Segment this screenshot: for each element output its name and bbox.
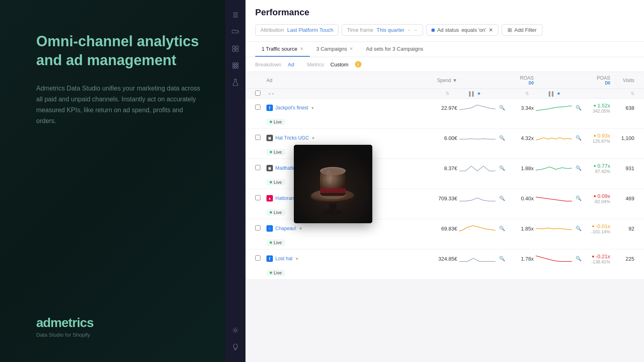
col-header-poas[interactable]: POAS D0 bbox=[582, 75, 610, 85]
roas-jackpots: 3.34x bbox=[521, 105, 534, 111]
magnify-lost-hat1[interactable]: 🔍 bbox=[499, 256, 505, 261]
metrics-value[interactable]: Custom bbox=[330, 62, 349, 68]
roas-chapeau: 1.85x bbox=[521, 226, 534, 232]
add-filter-button[interactable]: ⊞ Add Filter bbox=[502, 24, 543, 36]
dropdown-lost-hat[interactable]: ▼ bbox=[295, 257, 299, 261]
poas-pct-hattorama: -82.04% bbox=[594, 199, 610, 204]
magnify-madhatter1[interactable]: 🔍 bbox=[499, 165, 505, 171]
timeframe-label: Time frame bbox=[347, 27, 373, 33]
sidebar-icon-gear[interactable] bbox=[229, 323, 242, 337]
star-icon-header2[interactable]: ★ bbox=[557, 91, 561, 96]
svg-rect-0 bbox=[233, 46, 235, 48]
ad-name-cell-hat-tricks: ▣ Hat Tricks UGC ▼ bbox=[266, 135, 417, 141]
sidebar-icon-cloud[interactable] bbox=[229, 25, 242, 39]
dropdown-hat-tricks[interactable]: ▼ bbox=[311, 136, 315, 140]
sidebar-icon-lightbulb[interactable] bbox=[229, 340, 242, 354]
hat-image-popup bbox=[294, 145, 372, 223]
row-lost-hat: f Lost hat ▼ 324.85€ 🔍 1.78x bbox=[246, 249, 644, 268]
row-checkbox-hat-tricks[interactable] bbox=[255, 135, 260, 140]
ad-link-lost-hat[interactable]: Lost hat bbox=[275, 256, 293, 261]
poas-indicator-lost-hat: ● bbox=[592, 254, 594, 259]
ad-link-chapeau[interactable]: Chapeau! bbox=[275, 226, 296, 231]
svg-rect-3 bbox=[236, 49, 238, 51]
tab-traffic-source[interactable]: 1 Traffic source ✕ bbox=[255, 42, 310, 57]
tab-adsets[interactable]: Ad sets for 3 Campaigns bbox=[359, 42, 429, 57]
row-checkbox-lost-hat[interactable] bbox=[255, 255, 260, 261]
table-header: Ad Spend ▼ ROAS D0 POAS D0 Visits bbox=[246, 72, 644, 89]
timeframe-nav[interactable]: ← → bbox=[407, 27, 418, 33]
magnify-hattorama1[interactable]: 🔍 bbox=[499, 195, 505, 201]
spend-hattorama: 709.33€ bbox=[438, 195, 457, 202]
dropdown-jackpots[interactable]: ▼ bbox=[311, 106, 315, 110]
poas-pct-lost-hat: -138.41% bbox=[591, 259, 610, 264]
hat-image bbox=[294, 145, 372, 223]
star-icon-header[interactable]: ★ bbox=[477, 91, 481, 96]
filter-bar: Attribution Last Platform Touch Time fra… bbox=[255, 24, 634, 41]
poas-hattorama: 0.09x bbox=[597, 193, 610, 199]
ad-status-filter[interactable]: Ad status equals 'on' ✕ bbox=[426, 24, 498, 36]
magnify-chapeau2[interactable]: 🔍 bbox=[576, 226, 582, 231]
tab-campaigns[interactable]: 3 Campaigns ✕ bbox=[310, 42, 360, 57]
magnify-hat-tricks2[interactable]: 🔍 bbox=[576, 135, 582, 141]
angi-icon-chapeau: ○ bbox=[266, 225, 273, 232]
poas-hat-tricks: 0.93x bbox=[597, 133, 610, 139]
ad-link-jackpots[interactable]: Jackpot's finest bbox=[275, 105, 308, 111]
tab-adsets-label: Ad sets for 3 Campaigns bbox=[366, 46, 423, 52]
live-label-hattorama: Live bbox=[274, 210, 282, 215]
magnify-chapeau1[interactable]: 🔍 bbox=[499, 226, 505, 231]
sort-arrow-left: ◂ bbox=[268, 91, 270, 96]
live-label-madhatter: Live bbox=[274, 180, 282, 185]
breakdown-value[interactable]: Ad bbox=[288, 62, 294, 68]
add-filter-label: Add Filter bbox=[514, 27, 537, 33]
select-all-checkbox[interactable] bbox=[255, 90, 260, 96]
svg-rect-7 bbox=[233, 65, 234, 66]
dropdown-chapeau[interactable]: ▼ bbox=[299, 226, 303, 231]
magnify-madhatter2[interactable]: 🔍 bbox=[576, 165, 582, 171]
tab-campaigns-close[interactable]: ✕ bbox=[349, 46, 353, 51]
row-checkbox-hattorama[interactable] bbox=[255, 195, 260, 200]
sparkline1-lost-hat bbox=[457, 253, 497, 265]
sidebar-icon-menu[interactable]: ☰ bbox=[229, 8, 242, 22]
poas-indicator-hat-tricks: ● bbox=[594, 133, 597, 138]
poas-indicator-madhatter: ● bbox=[594, 163, 597, 168]
ad-status-close[interactable]: ✕ bbox=[489, 27, 493, 33]
timeframe-value: This quarter bbox=[376, 27, 404, 33]
row-sub-chapeau: Live bbox=[246, 238, 644, 249]
row-checkbox-chapeau[interactable] bbox=[255, 225, 260, 230]
timeframe-filter[interactable]: Time frame This quarter ← → bbox=[342, 24, 423, 36]
magnify-hat-tricks1[interactable]: 🔍 bbox=[499, 135, 505, 141]
row-checkbox-madhatter[interactable] bbox=[255, 165, 260, 170]
col-header-ad: Ad bbox=[266, 78, 417, 83]
row-checkbox-jackpots[interactable] bbox=[255, 105, 260, 110]
col-sort-arrows: ⇅ bbox=[446, 91, 449, 96]
col-header-spend[interactable]: Spend ▼ bbox=[417, 78, 457, 83]
sparkline1-hattorama bbox=[457, 192, 497, 204]
col-header-visits[interactable]: Visits bbox=[610, 78, 634, 83]
roas-hat-tricks: 4.32x bbox=[521, 135, 534, 141]
svg-rect-6 bbox=[237, 63, 238, 64]
tab-traffic-close[interactable]: ✕ bbox=[300, 46, 303, 51]
row-jackpots: f Jackpot's finest ▼ 22.97€ 🔍 3.34x bbox=[246, 99, 644, 117]
magnify-lost-hat2[interactable]: 🔍 bbox=[576, 256, 582, 261]
live-dot-chapeau bbox=[270, 241, 272, 244]
attribution-filter[interactable]: Attribution Last Platform Touch bbox=[255, 24, 339, 36]
filter-icon: ⊞ bbox=[508, 27, 512, 33]
metrics-label: Metrics bbox=[307, 62, 324, 68]
poas-madhatter: 0.77x bbox=[597, 163, 610, 169]
ad-link-hat-tricks[interactable]: Hat Tricks UGC bbox=[275, 135, 309, 141]
poas-indicator-chapeau: ● bbox=[592, 224, 594, 228]
table-row-lost-hat: f Lost hat ▼ 324.85€ 🔍 1.78x bbox=[246, 249, 644, 280]
magnify-jackpots1[interactable]: 🔍 bbox=[499, 105, 505, 111]
sidebar-icon-flask[interactable] bbox=[229, 76, 242, 89]
col-header-roas[interactable]: ROAS D0 bbox=[506, 75, 534, 85]
magnify-hattorama2[interactable]: 🔍 bbox=[576, 195, 582, 201]
live-badge-chapeau: Live bbox=[266, 239, 285, 246]
sparkline2-hat-tricks bbox=[534, 132, 574, 144]
sidebar-icon-grid2[interactable] bbox=[229, 42, 242, 56]
poas-lost-hat: -0.21x bbox=[596, 253, 610, 259]
magnify-jackpots2[interactable]: 🔍 bbox=[576, 105, 582, 111]
sidebar-icon-grid3[interactable] bbox=[229, 59, 242, 72]
main-header: Performance Attribution Last Platform To… bbox=[246, 0, 644, 42]
metrics-info-icon[interactable]: i bbox=[355, 61, 361, 68]
logo-area: admetrics Data Studio for Shopify bbox=[36, 315, 201, 338]
